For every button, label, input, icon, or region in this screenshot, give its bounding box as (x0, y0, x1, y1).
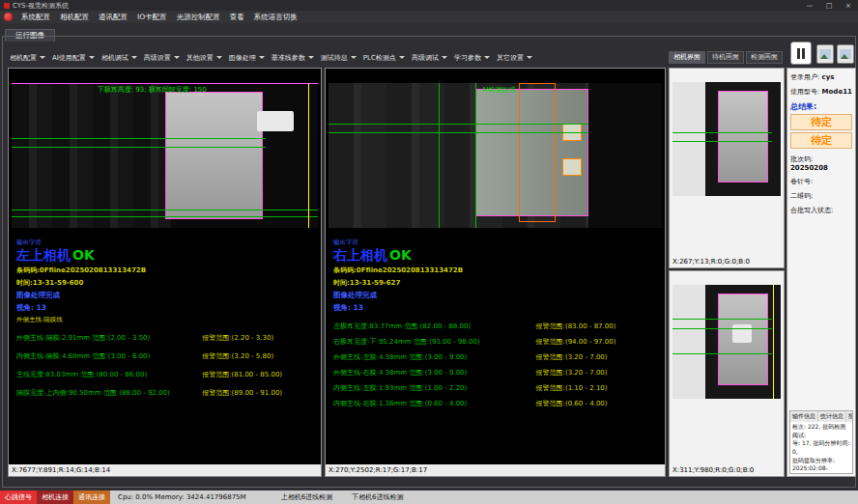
tool-camera-config[interactable]: 相机配置 (10, 53, 45, 63)
chevron-down-icon (442, 56, 447, 59)
chevron-down-icon (216, 56, 222, 59)
qr-row: 二维码: (790, 191, 852, 201)
measurement-row: 内侧主线-隔膜:4.60mm 范围:(3.00 - 6.00)报警范围:(3.2… (16, 351, 316, 361)
right-result-block: 输出字符 右上相机OK 条码码:0Ffiine2025020813313472B… (333, 238, 660, 414)
lower-camera-status: 下相机6进线检测 (347, 490, 408, 504)
left-angle: 视角: 13 (16, 303, 316, 313)
left-camera-image: 下极耳高度: 93; 极耳间隙宽度: 150 (12, 83, 318, 228)
tool-advanced-debug[interactable]: 高级调试 (412, 53, 447, 63)
left-camera-panel: 下极耳高度: 93; 极耳间隙宽度: 150 输出字符 左上相机OK 条码码:0… (8, 68, 322, 477)
snapshot-button-2[interactable] (837, 44, 854, 64)
measure-line (672, 132, 772, 133)
measure-line (672, 141, 772, 142)
tool-advanced-settings[interactable]: 高级设置 (144, 53, 180, 63)
model-label: 使用型号: (790, 88, 819, 96)
measure-line (12, 147, 266, 148)
menu-item-camera-config[interactable]: 相机配置 (55, 11, 94, 23)
right-result-title: 右上相机OK (333, 247, 660, 263)
measurement-row: 内侧主线-左膜:1.93mm 范围:(1.00 - 2.20)报警范围:(1.1… (333, 383, 660, 393)
menu-item-io-config[interactable]: IO卡配置 (132, 11, 172, 23)
measurement-row: 右极耳宽度-下:95.24mm 范围:(93.00 - 98.00)报警范围:(… (333, 337, 660, 347)
right-time: 时间:13-31-59-627 (333, 278, 660, 288)
maximize-button[interactable]: □ (823, 2, 835, 10)
chevron-down-icon (89, 56, 95, 59)
output-label: 输出字符 (333, 238, 660, 247)
tool-learning-params[interactable]: 学习参数 (454, 53, 490, 63)
right-overlay-text: AI检测区域 (482, 85, 516, 95)
overlay-line-yellow (308, 83, 309, 228)
left-barcode: 条码码:0Ffiine2025020813313472B (16, 266, 316, 275)
right-camera-panel: AI检测区域 输出字符 右上相机OK 条码码:0Ffiine2025020813… (325, 68, 666, 477)
right-ok-status: OK (389, 247, 412, 263)
tool-camera-debug[interactable]: 相机调试 (101, 53, 137, 63)
output-label: 输出字符 (16, 238, 316, 247)
menu-item-language[interactable]: 系统语言切换 (249, 11, 302, 23)
tool-misc-settings[interactable]: 其它设置 (497, 53, 532, 63)
tab-detect-view[interactable]: 检测画面 (746, 51, 783, 64)
result-badge-1: 待定 (790, 114, 852, 130)
measure-line (672, 353, 772, 354)
app-logo-icon (4, 13, 13, 21)
small-view-top: X:267;Y:13;R:0;G:0;B:0 (669, 68, 785, 268)
chevron-down-icon (527, 56, 532, 59)
qr-label: 二维码: (790, 192, 813, 200)
login-user-value: cys (822, 73, 835, 81)
merge-row: 合批写入状态: (790, 206, 852, 215)
measurement-row: 外侧主线-右膜:4.38mm 范围:(3.00 - 9.00)报警范围:(3.2… (333, 368, 660, 378)
batch-code-label: 批次码: (790, 155, 813, 163)
menubar: 系统配置 相机配置 通讯配置 IO卡配置 光源控制配置 查看 系统语言切换 (0, 11, 858, 23)
pause-icon (797, 48, 800, 59)
stats-tab-alarm[interactable]: 报警信息 (846, 411, 853, 422)
overlay-line-magenta (12, 83, 318, 84)
menu-item-system-config[interactable]: 系统配置 (16, 11, 55, 23)
menu-item-comm-config[interactable]: 通讯配置 (94, 11, 132, 23)
close-button[interactable]: × (843, 2, 854, 10)
tab-standby-view[interactable]: 待机画面 (707, 51, 744, 64)
stats-text: 检次: 222, 批码检测阀试: 等: 17, 批码分辨时间: 0, 批码提取分… (790, 422, 852, 474)
left-result-block: 输出字符 左上相机OK 条码码:0Ffiine2025020813313472B… (16, 238, 316, 406)
tab-camera-view[interactable]: 相机界面 (669, 51, 705, 64)
left-ok-status: OK (72, 247, 95, 263)
small-top-pixel-coords: X:267;Y:13;R:0;G:0;B:0 (670, 256, 784, 267)
stats-box: 输件信息 统计信息 报警信息 检次: 222, 批码检测阀试: 等: 17, 批… (789, 410, 853, 474)
measure-line (672, 328, 772, 329)
tool-other-settings[interactable]: 其他设置 (186, 53, 222, 63)
roi-box-orange (519, 83, 556, 222)
toolbar: 相机配置 AI使用配置 相机调试 高级设置 其他设置 图像处理 基准线参数 测试… (10, 51, 532, 64)
measurement-row: 外侧主线-左膜:4.38mm 范围:(3.00 - 9.00)报警范围:(3.2… (333, 352, 660, 362)
needle-label: 卷针号: (790, 178, 813, 185)
left-time: 时间:13-31-59-600 (16, 278, 316, 288)
cpu-memory-status: Cpu: 0.0% Memory: 3424.41796875M (110, 490, 251, 504)
measurement-row: 隔膜宽度-上内侧:90.50mm 范围:(88.00 - 92.00)报警范围:… (16, 388, 316, 398)
right-measurements: 左极耳宽度:83.77mm 范围:(82.00 - 88.00)报警范围:(83… (333, 322, 660, 408)
stats-tab-output[interactable]: 输件信息 (790, 411, 818, 422)
model-value: Mode11 (822, 88, 852, 96)
pause-button[interactable] (790, 42, 812, 65)
tool-image-process[interactable]: 图像处理 (229, 53, 265, 63)
connector-blob (257, 111, 294, 131)
tool-plc-points[interactable]: PLC检测点 (363, 53, 405, 63)
minimize-button[interactable]: — (804, 2, 815, 10)
login-user-row: 登录用户: cys (790, 72, 852, 82)
window-controls: — □ × (804, 2, 854, 10)
stats-tabs: 输件信息 统计信息 报警信息 (790, 411, 852, 422)
measure-line (329, 132, 588, 133)
part-outline (165, 92, 263, 219)
chevron-down-icon (40, 56, 45, 59)
snapshot-button-1[interactable] (816, 44, 834, 64)
tool-baseline-params[interactable]: 基准线参数 (272, 53, 314, 63)
tool-ai-config[interactable]: AI使用配置 (52, 53, 95, 63)
image-icon (819, 49, 831, 59)
stats-tab-statistics[interactable]: 统计信息 (818, 411, 846, 422)
left-overlay-text: 下极耳高度: 93; 极耳间隙宽度: 150 (98, 85, 207, 95)
right-barcode: 条码码:0Ffiine2025020813313472B (333, 266, 660, 275)
tool-test-info[interactable]: 测试待息 (321, 53, 357, 63)
menu-item-view[interactable]: 查看 (225, 11, 249, 23)
measure-line (12, 210, 318, 210)
measure-line (12, 138, 266, 139)
login-user-label: 登录用户: (790, 73, 819, 81)
total-result-label: 总结果: (790, 101, 852, 112)
image-icon (840, 49, 851, 59)
weld-spot (562, 158, 583, 176)
menu-item-light-config[interactable]: 光源控制配置 (172, 11, 225, 23)
